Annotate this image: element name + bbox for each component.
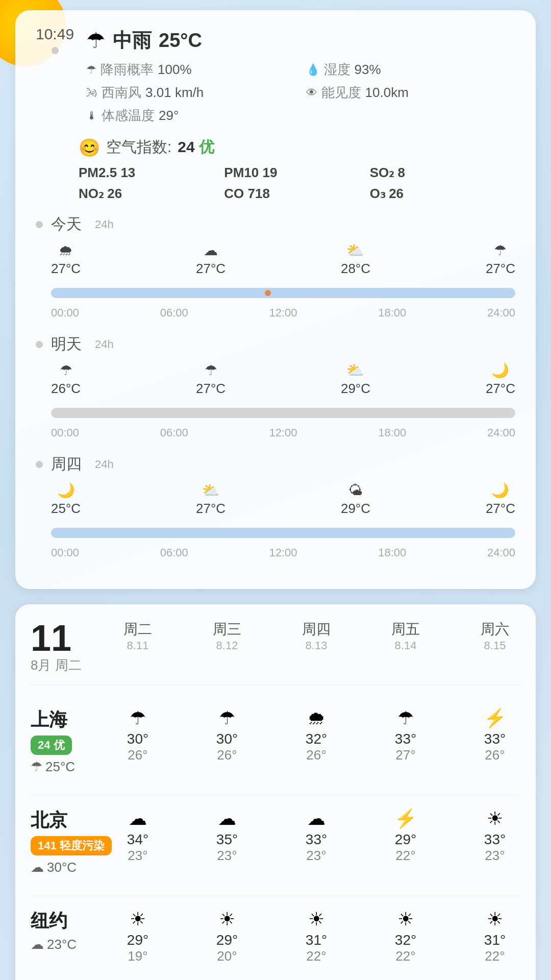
city-day-high: 31° (291, 932, 342, 948)
aqi-pollutant-grid: PM2.5 13 PM10 19 SO₂ 8 NO₂ 26 CO 718 O₃ … (79, 165, 515, 202)
week-col-name: 周四 (291, 620, 342, 639)
forecast-weather-icon: ☂ (60, 362, 72, 379)
city-current-temp: 25°C (45, 759, 75, 775)
city-day-icon: ☀ (112, 909, 163, 930)
forecast-sub-label: 24h (95, 218, 114, 231)
city-day-icon: ☁ (291, 808, 342, 829)
city-day-icon: ☂ (112, 707, 163, 729)
city-day-high: 33° (291, 831, 342, 848)
forecast-weather-icon: ☂ (205, 362, 217, 379)
aqi-title-row: 😊 空气指数: 24 优 (79, 137, 515, 158)
forecast-temps-row: 🌧27°C☁27°C⛅28°C☂27°C (36, 242, 515, 277)
forecast-temp-item: ☂26°C (51, 362, 81, 397)
calendar-month-week: 8月 周二 (31, 656, 112, 674)
forecast-bar-dot (265, 290, 271, 296)
city-day-low: 23° (202, 848, 253, 864)
table-header-row: 11 8月 周二 周二8.11周三8.12周四8.13周五8.14周六8.15 (31, 620, 520, 685)
city-weather-col: ☀29°20° (202, 909, 253, 964)
city-weather-col: ⚡33°26° (469, 707, 520, 763)
forecast-day-header: 明天24h (36, 334, 515, 355)
forecast-temp-item: 🌙27°C (486, 482, 515, 517)
city-day-low: 22° (380, 948, 431, 964)
visibility-label: 能见度 (321, 84, 361, 102)
forecast-time-label: 18:00 (378, 546, 406, 559)
forecast-temp-value: 25°C (51, 501, 81, 517)
forecast-time-label: 00:00 (51, 546, 79, 559)
city-day-low: 23° (112, 848, 163, 864)
forecast-weather-icon: ☂ (494, 242, 507, 259)
forecast-day-label: 今天 (51, 214, 87, 235)
city-day-icon: ☁ (112, 808, 163, 829)
city-current-weather: ☁23°C (31, 937, 112, 952)
week-col-name: 周三 (202, 620, 253, 639)
city-current-weather: ☁30°C (31, 860, 112, 875)
city-row: 北京141 轻度污染☁30°C☁34°23°☁35°23°☁33°23°⚡29°… (31, 796, 520, 896)
wind-item: 🌬 西南风 3.01 km/h (86, 84, 295, 102)
forecast-times-row: 00:0006:0012:0018:0024:00 (36, 546, 515, 559)
city-info-top: 上海24 优☂25°C☂30°26°☂30°26°🌧32°26°☂33°27°⚡… (31, 707, 520, 775)
forecast-dot (36, 341, 43, 348)
weather-detail-grid: ☂ 降雨概率 100% 💧 湿度 93% 🌬 西南风 3.01 km/h (86, 61, 515, 125)
forecast-temp-value: 26°C (51, 381, 81, 397)
weather-detail-card: 10:49 ☂ 中雨 25°C ☂ 降雨概率 100% 💧 (15, 10, 536, 589)
forecast-time-label: 18:00 (378, 426, 406, 439)
feels-like-item: 🌡 体感温度 29° (86, 107, 295, 125)
aqi-o3: O₃ 26 (370, 186, 515, 202)
week-col-date: 8.13 (291, 639, 342, 652)
forecast-weather-icon: ⛅ (346, 362, 364, 379)
week-col-name: 周二 (112, 620, 163, 639)
city-aqi-badge: 24 优 (31, 736, 72, 755)
city-day-high: 30° (112, 731, 163, 747)
forecast-weather-icon: 🌤 (348, 482, 363, 499)
city-day-high: 29° (380, 831, 431, 848)
aqi-icon: 😊 (79, 137, 100, 158)
city-name: 北京 (31, 808, 112, 833)
city-table-card: 11 8月 周二 周二8.11周三8.12周四8.13周五8.14周六8.15 … (15, 604, 536, 980)
forecast-temp-item: 🌙25°C (51, 482, 81, 517)
calendar-day: 11 (31, 620, 112, 656)
city-weather-col: ☀32°22° (380, 909, 431, 964)
week-col: 周六8.15 (469, 620, 520, 652)
week-col: 周四8.13 (291, 620, 342, 652)
forecast-temp-value: 29°C (341, 501, 370, 517)
city-day-low: 23° (291, 848, 342, 864)
humidity-label: 湿度 (324, 61, 350, 79)
city-weather-col: ☁33°23° (291, 808, 342, 864)
forecast-weather-icon: ☁ (204, 242, 218, 259)
city-day-high: 32° (380, 932, 431, 948)
city-day-low: 26° (202, 747, 253, 763)
forecast-time-label: 00:00 (51, 426, 79, 439)
wind-value: 3.01 km/h (145, 85, 204, 101)
forecast-day-row: 周四24h🌙25°C⛅27°C🌤29°C🌙27°C00:0006:0012:00… (36, 454, 515, 559)
forecast-temp-item: 🌙27°C (486, 362, 515, 397)
city-day-high: 35° (202, 831, 253, 848)
city-aqi-badge: 141 轻度污染 (31, 836, 112, 855)
city-day-low: 26° (291, 747, 342, 763)
humidity-value: 93% (355, 62, 381, 78)
forecast-temp-item: ☂27°C (486, 242, 515, 277)
city-weather-col: 🌧32°26° (291, 707, 342, 763)
aqi-so2: SO₂ 8 (370, 165, 515, 181)
city-day-high: 32° (291, 731, 342, 747)
visibility-value: 10.0km (365, 85, 409, 101)
city-left: 纽约☁23°C (31, 909, 112, 952)
forecast-temp-value: 28°C (341, 261, 370, 277)
wind-label: 西南风 (102, 84, 141, 102)
current-temperature: 25°C (159, 30, 202, 52)
forecast-time-label: 12:00 (269, 306, 297, 320)
city-day-low: 26° (469, 747, 520, 763)
city-name: 纽约 (31, 909, 112, 934)
city-weather-col: ☂30°26° (202, 707, 253, 763)
current-weather-info: ☂ 中雨 25°C ☂ 降雨概率 100% 💧 湿度 93% (86, 26, 515, 125)
aqi-no2: NO₂ 26 (79, 186, 224, 202)
city-day-icon: ☁ (202, 808, 253, 829)
city-weather-col: ☀31°22° (469, 909, 520, 964)
forecast-time-label: 24:00 (487, 426, 515, 439)
city-row: 纽约☁23°C☀29°19°☀29°20°☀31°22°☀32°22°☀31°2… (31, 896, 520, 980)
week-col-date: 8.15 (469, 639, 520, 652)
forecast-day-label: 明天 (51, 334, 87, 355)
city-weather-col: ☀31°22° (291, 909, 342, 964)
forecast-weather-icon: ⛅ (346, 242, 364, 259)
forecast-times-row: 00:0006:0012:0018:0024:00 (36, 306, 515, 320)
forecast-temps-row: ☂26°C☂27°C⛅29°C🌙27°C (36, 362, 515, 397)
